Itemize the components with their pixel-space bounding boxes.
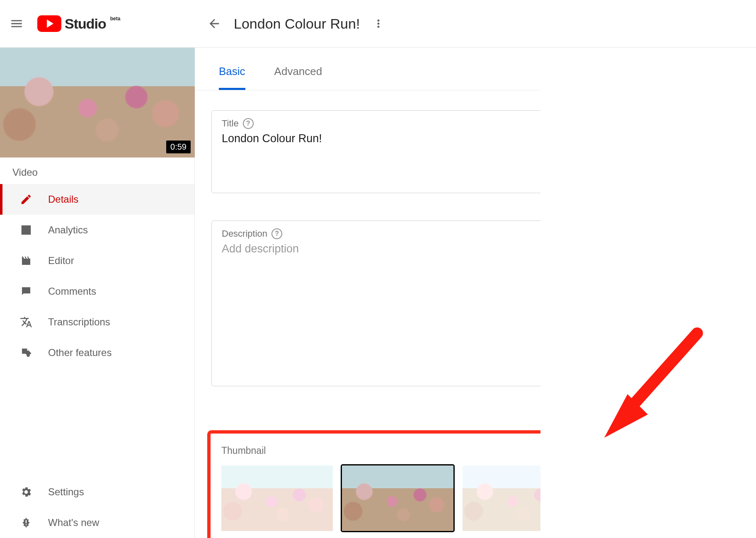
sidebar-item-label: Other features (48, 347, 111, 359)
description-input[interactable] (222, 242, 698, 371)
sidebar-item-label: What's new (48, 517, 99, 528)
sidebar-item-whatsnew[interactable]: What's new (0, 507, 194, 538)
sidebar-item-label: Transcriptions (48, 316, 110, 328)
clapper-icon (19, 254, 33, 267)
sidebar-item-settings[interactable]: Settings (0, 477, 194, 507)
custom-thumbnail-label: Custom thumbnail (606, 487, 672, 497)
thumbnail-option-3[interactable] (463, 465, 574, 531)
arrow-left-icon (207, 17, 221, 31)
sidebar-item-label: Settings (48, 486, 84, 498)
sidebar-item-transcriptions[interactable]: Transcriptions (0, 307, 194, 337)
sidebar-item-label: Analytics (48, 224, 88, 236)
sidebar-item-editor[interactable]: Editor (0, 245, 194, 276)
title-field-container: Title ? (211, 110, 709, 193)
sidebar-section-heading: Video (0, 158, 194, 184)
video-hero-thumbnail[interactable]: 0:59 (0, 48, 195, 158)
alert-icon (19, 516, 33, 529)
other-icon (19, 347, 33, 359)
help-icon[interactable]: ? (271, 228, 282, 239)
sidebar-item-label: Comments (48, 286, 96, 297)
custom-thumbnail-button[interactable]: Custom thumbnail (2MB or less) ? (583, 465, 695, 531)
youtube-icon (37, 15, 61, 32)
pencil-icon (19, 193, 33, 206)
thumbnail-panel: Thumbnail Custom thumbnail (2MB or less)… (207, 430, 709, 538)
help-icon[interactable]: ? (660, 500, 669, 509)
sidebar-item-comments[interactable]: Comments (0, 276, 194, 307)
tab-advanced[interactable]: Advanced (274, 65, 322, 90)
sidebar-item-other[interactable]: Other features (0, 337, 194, 368)
brand-label: Studio (65, 16, 106, 32)
back-button[interactable] (207, 17, 221, 31)
comments-icon (19, 285, 33, 298)
analytics-icon (19, 224, 33, 236)
gear-icon (19, 486, 33, 498)
title-field-label: Title (222, 118, 239, 129)
sidebar-item-label: Details (48, 194, 78, 205)
thumbnail-option-2[interactable] (342, 465, 453, 531)
hamburger-icon (10, 17, 24, 31)
more-vert-icon (372, 17, 385, 30)
description-field-label: Description (222, 228, 267, 239)
title-input[interactable] (222, 132, 698, 171)
thumbnail-heading: Thumbnail (221, 445, 695, 456)
top-app-bar: Studio beta London Colour Run! (0, 0, 756, 48)
beta-tag: beta (110, 16, 121, 22)
overflow-menu-button[interactable] (372, 17, 385, 30)
custom-thumbnail-sublabel: (2MB or less) (608, 499, 658, 509)
brand-logo[interactable]: Studio beta (37, 15, 120, 32)
sidebar-item-label: Editor (48, 255, 74, 267)
thumbnail-option-1[interactable] (221, 465, 333, 531)
main-content: Basic Advanced Title ? Description ? Thu… (195, 48, 756, 538)
detail-tabs: Basic Advanced (195, 48, 756, 90)
page-title: London Colour Run! (234, 16, 360, 32)
sidebar-nav: Details Analytics Editor Comments Transc… (0, 184, 194, 538)
video-duration-badge: 0:59 (166, 141, 191, 153)
hamburger-menu-button[interactable] (0, 0, 33, 48)
help-icon[interactable]: ? (243, 118, 254, 129)
left-sidebar: 0:59 Video Details Analytics Editor Comm… (0, 48, 195, 538)
sidebar-item-analytics[interactable]: Analytics (0, 215, 194, 245)
tab-basic[interactable]: Basic (219, 65, 245, 90)
translate-icon (19, 316, 33, 328)
description-field-container: Description ? (211, 221, 709, 386)
sidebar-item-details[interactable]: Details (0, 184, 194, 215)
